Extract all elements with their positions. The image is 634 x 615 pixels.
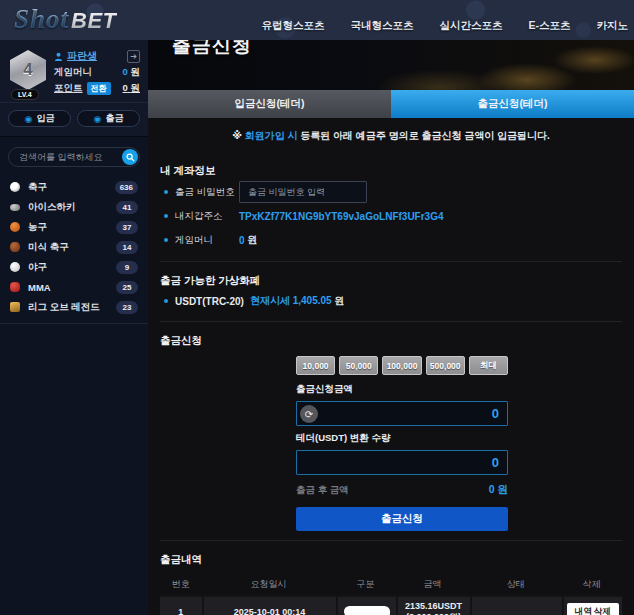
sidebar-item-baseball[interactable]: 야구 9	[0, 257, 148, 277]
count-badge: 9	[116, 261, 138, 274]
quick-amount-buttons: 10,000 50,000 100,000 500,000 최대	[296, 356, 508, 375]
logo-bet-text: BET	[71, 8, 117, 34]
shotbet-logo[interactable]: Shot BET	[14, 4, 117, 35]
bullet-icon	[164, 214, 168, 218]
tab-withdraw-tether[interactable]: 출금신청(테더)	[391, 90, 634, 118]
amount-button-max[interactable]: 최대	[469, 356, 508, 375]
coin-name: USDT(TRC-20)	[175, 296, 244, 307]
col-delete: 삭제	[562, 578, 622, 591]
nav-live-sports[interactable]: 실시간스포츠	[440, 19, 503, 33]
withdraw-icon: ◉	[94, 114, 102, 124]
deposit-button[interactable]: ◉ 입금	[8, 110, 71, 127]
deposit-withdraw-tabs: 입금신청(테더) 출금신청(테더)	[148, 90, 634, 118]
sidebar-item-mma[interactable]: MMA 25	[0, 277, 148, 297]
row-amount: 2135.16USDT (3,000,000원)	[396, 597, 470, 615]
bullet-icon	[164, 238, 168, 242]
notice-highlight: 회원가입 시	[245, 130, 298, 141]
sidebar-empty-area	[0, 324, 148, 615]
withdraw-request-section: 출금신청 10,000 50,000 100,000 500,000 최대 출금…	[148, 322, 634, 533]
deposit-withdraw-buttons: ◉ 입금 ◉ 출금	[0, 103, 148, 137]
profile-panel: 4 LV.4 파란생 ➔ 게임머니 0 원	[0, 40, 148, 103]
nav-europe-sports[interactable]: 유럽형스포츠	[262, 19, 325, 33]
sidebar-item-american-football[interactable]: 미식 축구 14	[0, 237, 148, 257]
game-money-label: 게임머니	[175, 234, 239, 247]
withdraw-label: 출금	[105, 112, 123, 125]
count-badge: 25	[116, 281, 138, 294]
after-withdraw-label: 출금 후 금액	[296, 484, 349, 497]
baseball-icon	[10, 262, 20, 272]
sidebar-search	[8, 147, 140, 167]
point-label[interactable]: 포인트	[54, 82, 83, 95]
withdraw-button[interactable]: ◉ 출금	[77, 110, 140, 127]
after-withdraw-value: 0 원	[489, 483, 508, 497]
withdraw-password-input[interactable]	[239, 181, 367, 203]
point-value: 0 원	[123, 82, 140, 95]
tab-deposit-tether[interactable]: 입금신청(테더)	[148, 90, 391, 118]
point-convert-button[interactable]: 전환	[87, 82, 111, 95]
wallet-address-label: 내지갑주소	[175, 210, 239, 223]
nav-domestic-sports[interactable]: 국내형스포츠	[351, 19, 414, 33]
usdt-quantity-input[interactable]	[297, 455, 507, 470]
sidebar-item-ice-hockey[interactable]: 아이스하키 41	[0, 197, 148, 217]
main-nav: 유럽형스포츠 국내형스포츠 실시간스포츠 E-스포츠 카지노	[262, 19, 634, 40]
main-content: 출금신청 입금신청(테더) 출금신청(테더) ※ 회원가입 시 등록된 아래 예…	[148, 40, 634, 615]
sidebar: 4 LV.4 파란생 ➔ 게임머니 0 원	[0, 40, 148, 615]
withdraw-request-title: 출금신청	[160, 330, 622, 350]
delete-history-button[interactable]: 내역 삭제	[567, 603, 619, 615]
withdraw-notice: ※ 회원가입 시 등록된 아래 예금주 명의로 출금신청 금액이 입금됩니다.	[148, 118, 634, 152]
lol-icon	[10, 302, 20, 312]
withdraw-amount-input[interactable]	[297, 406, 507, 421]
level-number: 4	[23, 60, 32, 80]
sidebar-item-league-of-legends[interactable]: 리그 오브 레전드 23	[0, 297, 148, 317]
withdraw-amount-label: 출금신청금액	[296, 383, 508, 396]
usdt-quantity-label: 테더(USDT) 변환 수량	[296, 432, 508, 445]
col-amount: 금액	[396, 578, 470, 591]
sidebar-item-soccer[interactable]: 축구 636	[0, 177, 148, 197]
count-badge: 23	[116, 301, 138, 314]
count-badge: 37	[116, 221, 138, 234]
mma-icon	[10, 282, 20, 292]
username-link[interactable]: 파란생	[67, 49, 97, 63]
search-input[interactable]	[9, 148, 139, 166]
deposit-label: 입금	[36, 112, 54, 125]
level-label: LV.4	[11, 89, 39, 100]
col-status: 상태	[470, 578, 562, 591]
nav-esports[interactable]: E-스포츠	[529, 19, 571, 33]
history-table: 번호 요청일시 구분 금액 상태 삭제 1 2025-10-01 00:14 2…	[160, 573, 622, 615]
row-status	[470, 597, 562, 615]
logo-shot-text: Shot	[14, 4, 69, 35]
wallet-address-value: TPxKZf77K1NG9bYT69vJaGoLNFf3UFr3G4	[239, 211, 444, 222]
sidebar-item-basketball[interactable]: 농구 37	[0, 217, 148, 237]
col-no: 번호	[160, 578, 202, 591]
amount-button-100000[interactable]: 100,000	[382, 356, 421, 375]
amount-button-50000[interactable]: 50,000	[339, 356, 378, 375]
currency-section: 출금 가능한 가상화폐 USDT(TRC-20) 현재시세 1,405.05 원	[148, 262, 634, 314]
deposit-icon: ◉	[25, 114, 33, 124]
game-money-value: 0	[239, 235, 245, 246]
search-button[interactable]	[122, 149, 138, 165]
amount-button-10000[interactable]: 10,000	[296, 356, 335, 375]
reset-amount-icon[interactable]: ⟳	[300, 405, 318, 423]
game-money-label: 게임머니	[54, 66, 92, 79]
nav-casino[interactable]: 카지노	[597, 19, 629, 33]
currency-title: 출금 가능한 가상화폐	[160, 270, 622, 290]
bullet-icon	[164, 190, 168, 194]
history-table-header: 번호 요청일시 구분 금액 상태 삭제	[160, 573, 622, 595]
soccer-icon	[10, 182, 20, 192]
logout-icon[interactable]: ➔	[127, 50, 140, 63]
count-badge: 41	[116, 201, 138, 214]
sports-menu: 축구 636 아이스하키 41 농구 37 미식 축구 14	[0, 175, 148, 324]
amount-button-500000[interactable]: 500,000	[426, 356, 465, 375]
american-football-icon	[10, 242, 20, 252]
coins-banner: 출금신청	[148, 40, 634, 90]
row-no: 1	[160, 597, 202, 615]
col-datetime: 요청일시	[202, 578, 336, 591]
game-money-value: 0 원	[123, 66, 140, 79]
withdraw-submit-button[interactable]: 출금신청	[296, 507, 508, 531]
col-type: 구분	[336, 578, 396, 591]
basketball-icon	[10, 222, 20, 232]
top-header: Shot BET 유럽형스포츠 국내형스포츠 실시간스포츠 E-스포츠 카지노	[0, 0, 634, 40]
account-info-title: 내 계좌정보	[160, 160, 622, 180]
bullet-icon	[164, 299, 168, 303]
level-badge: 4 LV.4	[8, 48, 52, 96]
